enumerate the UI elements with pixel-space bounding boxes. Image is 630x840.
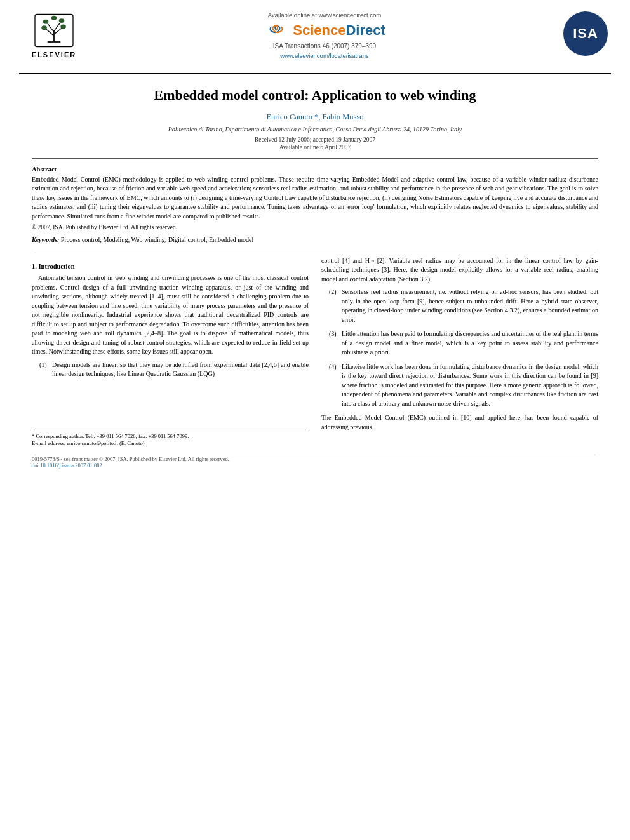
abstract-text: Embedded Model Control (EMC) methodology… (32, 175, 598, 222)
list-item-4: (4) Likewise little work has been done i… (329, 363, 598, 409)
sciencedirect-block: Available online at www.sciencedirect.co… (102, 11, 547, 59)
list-item-2: (2) Sensorless reel radius measurement, … (329, 288, 598, 324)
header-divider (19, 73, 611, 74)
sciencedirect-logo: ScienceDirect (264, 21, 385, 40)
available-date: Available online 6 April 2007 (32, 144, 598, 150)
right-numbered-list: (2) Sensorless reel radius measurement, … (329, 288, 598, 408)
sciencedirect-text: ScienceDirect (293, 22, 385, 39)
page: ELSEVIER Available online at www.science… (0, 0, 630, 840)
author-names: Enrico Canuto *, Fabio Musso (266, 112, 363, 121)
isa-logo: ISA TM (560, 11, 611, 56)
isa-tm: TM (598, 14, 605, 18)
svg-point-8 (43, 20, 49, 24)
affiliation: Politecnico di Torino, Dipartimento di A… (32, 126, 598, 133)
footer-divider (32, 430, 309, 430)
keywords-line: Keywords: Process control; Modeling; Web… (32, 236, 598, 243)
abstract-section: Abstract Embedded Model Control (EMC) me… (32, 166, 598, 243)
footer-bottom: 0019-5778/$ - see front matter © 2007, I… (32, 453, 598, 469)
header-top: ELSEVIER Available online at www.science… (19, 11, 611, 59)
copyright-line: © 2007, ISA. Published by Elsevier Ltd. … (32, 223, 598, 232)
two-col-body: 1. Introduction Automatic tension contro… (32, 257, 598, 448)
sd-text-science: Science (293, 22, 345, 38)
footer-note1: * Corresponding author. Tel.: +39 011 56… (32, 433, 309, 441)
list-num-2: (2) (329, 288, 338, 324)
svg-point-6 (41, 25, 47, 30)
journal-info: ISA Transactions 46 (2007) 379–390 (273, 43, 376, 50)
right-column: control [4] and H∞ [2]. Variable reel ra… (321, 257, 598, 448)
svg-point-9 (59, 18, 65, 23)
left-column: 1. Introduction Automatic tension contro… (32, 257, 309, 448)
isa-circle: ISA TM (563, 11, 608, 56)
keywords-text: Process control; Modeling; Web winding; … (61, 236, 253, 243)
footer-copyright: 0019-5778/$ - see front matter © 2007, I… (32, 456, 229, 462)
article-body: Embedded model control: Application to w… (0, 86, 630, 469)
sciencedirect-icon (264, 21, 289, 40)
received-date: Received 12 July 2006; accepted 19 Janua… (32, 137, 598, 143)
header: ELSEVIER Available online at www.science… (0, 0, 630, 68)
list-text-2: Sensorless reel radius measurement, i.e.… (342, 288, 598, 324)
isa-text: ISA (573, 25, 598, 42)
intro-para1: Automatic tension control in web winding… (32, 274, 309, 357)
list-num-3: (3) (329, 330, 338, 357)
list-text-4: Likewise little work has been done in fo… (342, 363, 598, 409)
elsevier-logo: ELSEVIER (19, 11, 89, 58)
list-text-1: Design models are linear, so that they m… (52, 361, 309, 379)
keywords-label: Keywords: (32, 236, 59, 243)
svg-point-10 (51, 16, 57, 20)
right-para-final: The Embedded Model Control (EMC) outline… (321, 413, 598, 432)
list-item: (1) Design models are linear, so that th… (39, 361, 309, 379)
list-num-4: (4) (329, 363, 338, 409)
list-text-3: Little attention has been paid to formul… (342, 330, 598, 357)
svg-point-7 (60, 25, 66, 29)
right-para-cont: control [4] and H∞ [2]. Variable reel ra… (321, 257, 598, 284)
footer-note2: E-mail address: enrico.canuto@polito.it … (32, 440, 309, 448)
elsevier-label: ELSEVIER (32, 51, 76, 58)
authors: Enrico Canuto *, Fabio Musso (32, 112, 598, 122)
list-item-3: (3) Little attention has been paid to fo… (329, 330, 598, 357)
abstract-title: Abstract (32, 166, 598, 173)
list-num-1: (1) (39, 361, 48, 379)
section1-heading: 1. Introduction (32, 262, 309, 271)
article-title: Embedded model control: Application to w… (32, 86, 598, 105)
body-divider (32, 250, 598, 250)
elsevier-tree-icon (32, 11, 76, 50)
journal-link[interactable]: www.elsevier.com/locate/isatrans (280, 52, 368, 59)
left-numbered-list: (1) Design models are linear, so that th… (39, 361, 309, 379)
available-online-text: Available online at www.sciencedirect.co… (268, 11, 381, 18)
footer-doi: doi:10.1016/j.isatra.2007.01.002 (32, 462, 102, 469)
abstract-divider-top (32, 158, 598, 159)
